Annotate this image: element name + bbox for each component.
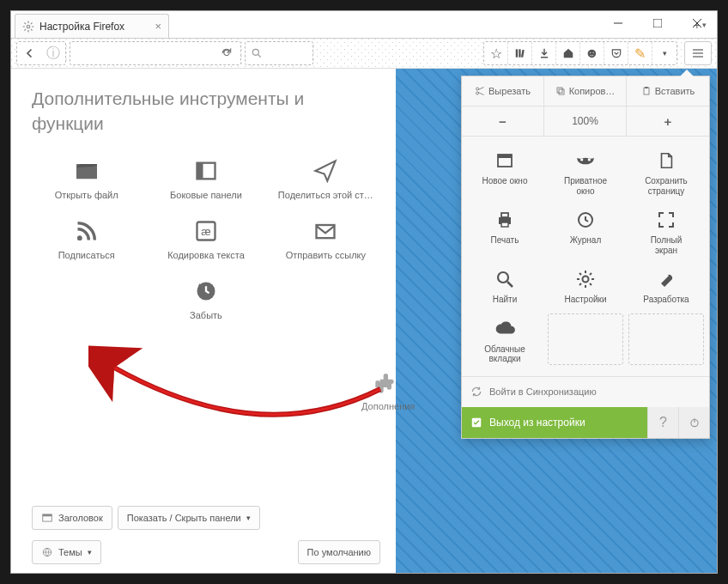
titlebar-toggle[interactable]: Заголовок [32, 506, 112, 530]
tool-send-link[interactable]: Отправить ссылку [271, 212, 380, 265]
window-icon [493, 149, 517, 173]
toggle-toolbars[interactable]: Показать / Скрыть панели ▾ [118, 506, 260, 530]
themes-button[interactable]: Темы ▾ [32, 540, 101, 564]
menu-save-page[interactable]: Сохранитьстраницу [627, 143, 706, 201]
download-icon[interactable] [532, 42, 556, 64]
tool-subscribe[interactable]: Подписаться [32, 212, 141, 265]
copy-button[interactable]: Копиров… [544, 76, 627, 106]
clipboard-icon [641, 86, 652, 96]
search-bar[interactable] [245, 41, 313, 65]
pencil-icon[interactable]: ✎ [628, 42, 652, 64]
tool-forget[interactable]: Забыть [151, 272, 260, 325]
menu-placeholder[interactable] [628, 313, 704, 365]
wrench-icon [654, 267, 678, 291]
svg-rect-27 [644, 88, 649, 94]
cut-button[interactable]: Вырезать [462, 76, 544, 106]
menu-new-window[interactable]: Новое окно [465, 143, 544, 201]
power-button[interactable] [678, 407, 709, 438]
clock-icon [573, 208, 598, 232]
menu-drop-zone: Вырезать Копиров… Вставить − 100% + Ново… [396, 69, 717, 573]
sync-sign-in[interactable]: Войти в Синхронизацию [462, 376, 709, 407]
exit-customize-button[interactable]: Выход из настройки [462, 407, 647, 438]
close-button[interactable] [677, 11, 717, 35]
svg-rect-2 [653, 19, 662, 27]
chevron-down-icon: ▾ [88, 548, 92, 557]
minimize-button[interactable] [598, 11, 638, 35]
menu-settings[interactable]: Настройки [546, 262, 625, 310]
tool-open-file[interactable]: Открыть файл [32, 152, 141, 205]
face-icon[interactable]: ☻ [580, 42, 604, 64]
pane-title: Дополнительные инструменты и функции [32, 86, 380, 137]
menu-find[interactable]: Найти [465, 262, 544, 310]
svg-rect-26 [557, 88, 562, 93]
tool-sidebars[interactable]: Боковые панели [151, 152, 260, 205]
bookmark-icon[interactable]: ☆ [484, 42, 508, 64]
page-icon [654, 149, 678, 173]
folder-icon [73, 157, 100, 185]
reload-button[interactable] [216, 47, 237, 59]
svg-line-38 [507, 282, 513, 287]
hamburger-icon [691, 46, 705, 60]
forget-icon [192, 277, 220, 305]
zoom-value: 100% [544, 106, 627, 136]
svg-point-15 [77, 235, 82, 240]
zoom-row: − 100% + [462, 106, 709, 137]
menu-developer[interactable]: Разработка [627, 262, 706, 310]
url-bar[interactable] [70, 41, 241, 65]
svg-point-39 [583, 277, 589, 283]
svg-rect-8 [519, 49, 520, 57]
window-icon [41, 512, 53, 524]
paste-button[interactable]: Вставить [627, 76, 709, 106]
url-input[interactable] [74, 44, 213, 63]
paper-plane-icon [312, 157, 339, 185]
tab-strip: Настройка Firefox × [11, 11, 169, 38]
home-icon[interactable] [556, 42, 580, 64]
menu-placeholder[interactable] [548, 313, 623, 365]
svg-point-37 [498, 272, 508, 283]
zoom-out-button[interactable]: − [462, 106, 544, 136]
pocket-icon[interactable] [604, 42, 628, 64]
scissors-icon [475, 86, 485, 96]
help-button[interactable]: ? [647, 407, 678, 438]
svg-point-32 [588, 158, 591, 161]
svg-point-5 [252, 49, 258, 55]
tool-grid: Открыть файл Боковые панели Поделиться э… [32, 152, 380, 325]
chevron-down-icon[interactable]: ▾ [652, 42, 676, 64]
svg-rect-21 [43, 514, 52, 516]
drag-label: Дополнения [361, 401, 415, 411]
hamburger-button[interactable] [684, 41, 712, 65]
svg-rect-34 [501, 213, 508, 217]
dragging-addons-item[interactable]: Дополнения [361, 370, 415, 411]
info-icon[interactable]: ⓘ [41, 42, 65, 64]
cloud-icon [493, 317, 517, 341]
sidebar-icon [192, 157, 220, 185]
back-button[interactable] [17, 42, 41, 64]
fullscreen-icon [654, 208, 678, 232]
exit-row: Выход из настройки ? [462, 407, 709, 438]
content: Дополнительные инструменты и функции Отк… [11, 69, 717, 573]
printer-icon [493, 208, 517, 232]
menu-synced-tabs[interactable]: Облачныевкладки [465, 312, 544, 369]
defaults-button[interactable]: По умолчанию [298, 540, 380, 564]
svg-rect-30 [498, 155, 512, 158]
tool-encoding[interactable]: æ Кодировка текста [151, 212, 260, 265]
toolbar: ⓘ ☆ ☻ ✎ ▾ [11, 38, 717, 69]
rss-icon [73, 217, 100, 245]
window-controls [598, 11, 717, 35]
svg-point-31 [580, 158, 583, 161]
maximize-button[interactable] [638, 11, 677, 35]
menu-private-window[interactable]: Приватноеокно [546, 143, 625, 201]
svg-point-0 [27, 25, 30, 28]
menu-history[interactable]: Журнал [546, 203, 625, 260]
close-icon[interactable]: × [155, 20, 161, 33]
edit-row: Вырезать Копиров… Вставить [462, 76, 709, 106]
check-icon [470, 417, 482, 429]
zoom-in-button[interactable]: + [627, 106, 709, 136]
customize-footer: Заголовок Показать / Скрыть панели ▾ Тем… [32, 506, 380, 564]
library-icon[interactable] [508, 42, 532, 64]
puzzle-icon [374, 370, 402, 398]
tool-share[interactable]: Поделиться этой ст… [271, 152, 380, 205]
menu-fullscreen[interactable]: Полныйэкран [627, 203, 706, 260]
menu-print[interactable]: Печать [465, 203, 544, 260]
tab-settings[interactable]: Настройка Firefox × [15, 14, 169, 38]
